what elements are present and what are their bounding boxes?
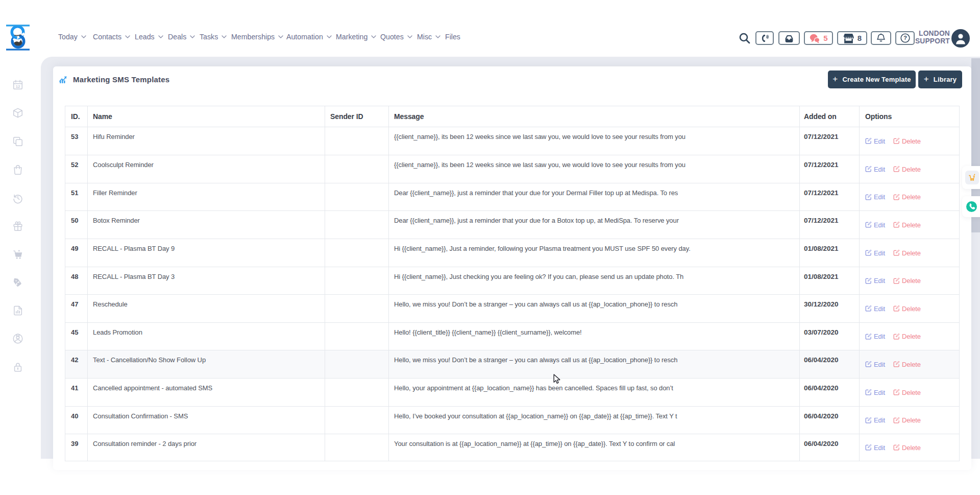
svg-text:12: 12 — [16, 84, 20, 89]
